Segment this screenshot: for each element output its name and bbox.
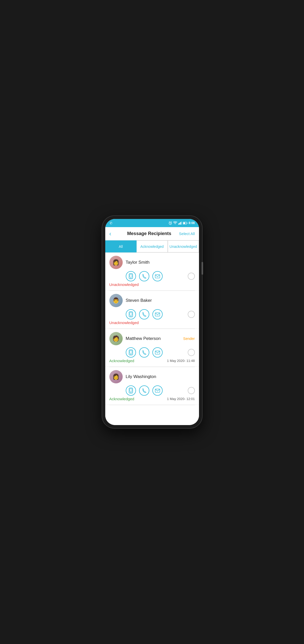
signal-icon bbox=[178, 221, 182, 225]
status-time: 8:08 bbox=[188, 221, 195, 225]
svg-rect-23 bbox=[130, 351, 132, 353]
status-row: Acknowledged 1 May 2020- 11:48 bbox=[109, 358, 195, 364]
select-radio[interactable] bbox=[188, 311, 195, 318]
recipient-name: Matthew Peterson bbox=[126, 336, 183, 341]
email-icon[interactable] bbox=[152, 347, 163, 358]
email-icon[interactable] bbox=[152, 309, 163, 319]
recipient-item: 👩 Taylor Smith bbox=[105, 253, 199, 291]
status-badge: Unacknowledged bbox=[109, 320, 139, 325]
status-bar: ✆ bbox=[105, 219, 199, 227]
avatar: 👩 bbox=[109, 370, 123, 383]
mobile-icon[interactable] bbox=[126, 347, 136, 358]
recipient-item: 👨 Steven Baker bbox=[105, 291, 199, 329]
avatar-initials: 🧑 bbox=[109, 332, 123, 345]
recipient-item: 👩 Lily Washington bbox=[105, 367, 199, 405]
email-icon[interactable] bbox=[152, 385, 163, 396]
recipient-header: 🧑 Matthew Peterson Sender bbox=[109, 332, 195, 345]
recipient-header: 👩 Taylor Smith bbox=[109, 256, 195, 269]
battery-icon bbox=[183, 222, 187, 225]
alarm-icon bbox=[169, 221, 172, 225]
missed-call-icon: ✆ bbox=[109, 221, 113, 225]
mobile-icon[interactable] bbox=[126, 309, 136, 319]
svg-rect-11 bbox=[183, 222, 185, 224]
status-row: Acknowledged 1 May 2020- 12:01 bbox=[109, 396, 195, 403]
avatar-initials: 👨 bbox=[109, 294, 123, 307]
svg-rect-8 bbox=[180, 222, 181, 225]
svg-rect-19 bbox=[130, 313, 132, 315]
avatar: 👩 bbox=[109, 256, 123, 269]
svg-rect-27 bbox=[130, 389, 132, 392]
phone-icon[interactable] bbox=[139, 347, 149, 358]
svg-rect-7 bbox=[179, 223, 180, 225]
phone-icon[interactable] bbox=[139, 309, 149, 319]
status-badge: Acknowledged bbox=[109, 359, 134, 363]
avatar: 👨 bbox=[109, 294, 123, 307]
svg-rect-6 bbox=[178, 224, 179, 225]
select-radio[interactable] bbox=[188, 349, 195, 356]
select-radio[interactable] bbox=[188, 387, 195, 394]
email-icon[interactable] bbox=[152, 271, 163, 281]
app-header: ‹ Message Recipients Select All bbox=[105, 227, 199, 240]
status-badge: Acknowledged bbox=[109, 397, 134, 401]
tab-acknowledged[interactable]: Acknowledged bbox=[137, 240, 168, 252]
recipient-name: Steven Baker bbox=[126, 298, 195, 303]
tab-unacknowledged[interactable]: Unacknowledged bbox=[168, 240, 199, 252]
tab-all[interactable]: All bbox=[105, 240, 137, 252]
status-row: Unacknowledged bbox=[109, 281, 195, 288]
contact-icons-row bbox=[109, 309, 195, 319]
select-radio[interactable] bbox=[188, 273, 195, 280]
volume-button bbox=[202, 262, 203, 275]
phone-frame: ✆ bbox=[102, 216, 202, 428]
wifi-icon bbox=[173, 221, 177, 225]
phone-icon[interactable] bbox=[139, 385, 149, 396]
svg-text:✆: ✆ bbox=[110, 221, 112, 225]
avatar: 🧑 bbox=[109, 332, 123, 345]
status-left: ✆ bbox=[109, 221, 113, 225]
divider bbox=[109, 405, 195, 405]
status-timestamp: 1 May 2020- 11:48 bbox=[167, 359, 195, 363]
avatar-initials: 👩 bbox=[109, 256, 123, 269]
contact-icons-row bbox=[109, 271, 195, 281]
svg-rect-15 bbox=[130, 274, 132, 277]
avatar-initials: 👩 bbox=[109, 370, 123, 383]
svg-line-4 bbox=[169, 221, 170, 222]
svg-line-5 bbox=[171, 221, 172, 222]
page-title: Message Recipients bbox=[113, 231, 185, 236]
contact-icons-row bbox=[109, 385, 195, 396]
svg-rect-12 bbox=[187, 223, 187, 224]
status-icons: 8:08 bbox=[169, 221, 195, 225]
recipient-name: Taylor Smith bbox=[126, 260, 195, 265]
recipient-header: 👩 Lily Washington bbox=[109, 370, 195, 383]
contact-icons-row bbox=[109, 347, 195, 358]
status-row: Unacknowledged bbox=[109, 319, 195, 326]
select-all-button[interactable]: Select All bbox=[179, 231, 195, 236]
recipient-name: Lily Washington bbox=[126, 374, 195, 379]
sender-badge: Sender bbox=[183, 337, 195, 341]
recipient-item: 🧑 Matthew Peterson Sender bbox=[105, 329, 199, 367]
recipient-header: 👨 Steven Baker bbox=[109, 294, 195, 307]
filter-tabs: All Acknowledged Unacknowledged bbox=[105, 240, 199, 253]
mobile-icon[interactable] bbox=[126, 271, 136, 281]
mobile-icon[interactable] bbox=[126, 385, 136, 396]
svg-rect-9 bbox=[181, 221, 182, 225]
phone-screen: ✆ bbox=[105, 219, 199, 425]
phone-icon[interactable] bbox=[139, 271, 149, 281]
back-button[interactable]: ‹ bbox=[109, 231, 111, 237]
status-badge: Unacknowledged bbox=[109, 282, 139, 287]
status-timestamp: 1 May 2020- 12:01 bbox=[167, 397, 195, 401]
svg-line-3 bbox=[170, 223, 171, 224]
recipients-list: 👩 Taylor Smith bbox=[105, 253, 199, 425]
